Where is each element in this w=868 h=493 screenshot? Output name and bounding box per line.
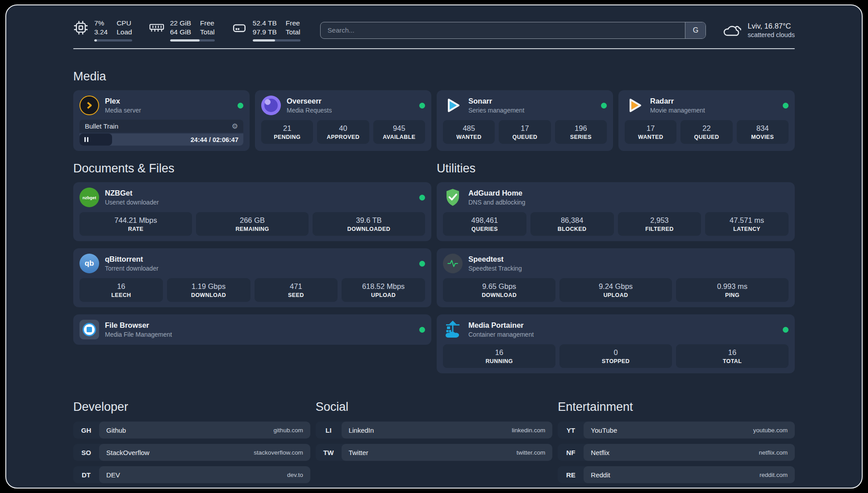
plex-icon [79, 96, 99, 115]
disk-total-label: Total [286, 28, 300, 37]
bookmark-url: netflix.com [759, 449, 788, 456]
search-engine-button[interactable]: G [685, 22, 705, 38]
stat-stopped: 0STOPPED [559, 344, 672, 368]
app-card-filebrowser[interactable]: File Browser Media File Management [73, 314, 431, 345]
ram-progress-bar [170, 39, 215, 42]
app-name: Speedtest [468, 255, 522, 263]
cloud-icon [722, 23, 742, 38]
app-card-plex[interactable]: Plex Media server Bullet Train ⚙ 24:44 [73, 90, 250, 151]
app-card-speedtest[interactable]: Speedtest Speedtest Tracking 9.65 GbpsDO… [437, 248, 795, 307]
bookmark-abbr: NF [558, 444, 584, 461]
app-card-overseerr[interactable]: Overseerr Media Requests 21PENDING 40APP… [255, 90, 431, 151]
nzbget-icon: nzbget [79, 188, 99, 207]
app-card-qbittorrent[interactable]: qb qBittorrent Torrent downloader 16LEEC… [73, 248, 431, 307]
bookmark-abbr: RE [558, 466, 584, 483]
app-subtitle: Usenet downloader [105, 199, 159, 206]
now-playing-widget: Bullet Train ⚙ 24:44 / 02:06:47 [79, 120, 243, 146]
top-bar: 7%3.24 CPULoad 22 GiB64 GiB FreeTotal [73, 19, 795, 42]
stat-latency: 47.571 msLATENCY [705, 212, 789, 236]
ram-total: 64 GiB [170, 28, 191, 37]
ram-free-label: Free [200, 19, 215, 28]
app-name: Plex [105, 97, 141, 105]
gear-icon[interactable]: ⚙ [232, 123, 238, 130]
app-card-adguard[interactable]: AdGuard Home DNS and adblocking 498,461Q… [437, 182, 795, 241]
bookmark-abbr: LI [316, 422, 342, 439]
app-name: File Browser [105, 321, 172, 330]
weather-location-temp: Lviv, 16.87°C [747, 22, 795, 30]
stat-rate: 744.21 MbpsRATE [79, 212, 192, 236]
app-subtitle: Container management [468, 331, 534, 338]
app-name: Sonarr [468, 97, 524, 105]
app-card-radarr[interactable]: Radarr Movie management 17WANTED 22QUEUE… [618, 90, 795, 151]
pause-icon [84, 137, 86, 142]
speedtest-pulse-icon [443, 254, 463, 273]
hard-drive-icon [232, 20, 247, 35]
app-card-sonarr[interactable]: Sonarr Series management 485WANTED 17QUE… [437, 90, 613, 151]
weather-condition: scattered clouds [747, 31, 795, 38]
weather-widget: Lviv, 16.87°C scattered clouds [722, 22, 795, 38]
app-name: Media Portainer [468, 321, 534, 330]
bookmark-name: YouTube [591, 426, 617, 434]
stat-available: 945AVAILABLE [373, 120, 425, 144]
search-input[interactable] [321, 22, 685, 38]
bookmark-abbr: DT [73, 466, 99, 483]
bookmark-github[interactable]: GH Githubgithub.com [73, 422, 310, 439]
stat-download: 9.65 GbpsDOWNLOAD [443, 278, 555, 302]
section-title-social: Social [316, 400, 553, 414]
app-card-portainer[interactable]: Media Portainer Container management 16R… [437, 314, 795, 373]
stat-seed: 471SEED [255, 278, 338, 302]
section-title-documents: Documents & Files [73, 162, 431, 175]
playback-elapsed [79, 134, 112, 146]
status-online-dot [419, 261, 425, 267]
status-online-dot [419, 327, 425, 333]
app-name: AdGuard Home [468, 189, 526, 197]
app-subtitle: Series management [468, 107, 524, 114]
status-online-dot [238, 103, 243, 109]
stat-series: 196SERIES [555, 120, 607, 144]
status-online-dot [419, 195, 425, 201]
app-subtitle: Movie management [650, 107, 705, 114]
bookmark-name: Twitter [349, 449, 368, 456]
search-bar[interactable]: G [320, 22, 706, 39]
stat-upload: 618.52 MbpsUPLOAD [342, 278, 425, 302]
app-subtitle: Media File Management [105, 331, 172, 338]
bookmark-stackoverflow[interactable]: SO StackOverflowstackoverflow.com [73, 444, 310, 461]
bookmark-url: github.com [274, 427, 303, 434]
system-stats: 7%3.24 CPULoad 22 GiB64 GiB FreeTotal [73, 19, 300, 42]
disk-free-label: Free [286, 19, 300, 28]
bookmark-url: stackoverflow.com [254, 449, 303, 456]
app-subtitle: Torrent downloader [105, 265, 159, 272]
app-card-nzbget[interactable]: nzbget NZBGet Usenet downloader 744.21 M… [73, 182, 431, 241]
stat-leech: 16LEECH [79, 278, 163, 302]
section-title-utilities: Utilities [437, 162, 795, 175]
bookmark-name: StackOverflow [106, 449, 150, 456]
status-online-dot [783, 327, 789, 333]
disk-progress-bar [253, 39, 300, 42]
overseerr-icon [261, 96, 281, 115]
stat-upload: 9.24 GbpsUPLOAD [559, 278, 672, 302]
bookmark-reddit[interactable]: RE Redditreddit.com [558, 466, 795, 483]
bookmark-linkedin[interactable]: LI LinkedInlinkedin.com [316, 422, 553, 439]
section-title-entertainment: Entertainment [558, 400, 795, 414]
adguard-shield-icon [443, 188, 463, 207]
cpu-progress-bar [94, 39, 132, 42]
stat-wanted: 17WANTED [625, 120, 676, 144]
cpu-usage: 7% [94, 19, 108, 28]
cpu-chip-icon [73, 20, 88, 35]
bookmark-youtube[interactable]: YT YouTubeyoutube.com [558, 422, 795, 439]
bookmark-name: DEV [106, 471, 120, 479]
sonarr-icon [443, 96, 463, 115]
bookmark-twitter[interactable]: TW Twittertwitter.com [316, 444, 553, 461]
bookmark-url: youtube.com [753, 427, 788, 434]
app-name: Radarr [650, 97, 705, 105]
stat-running: 16RUNNING [443, 344, 555, 368]
stat-approved: 40APPROVED [317, 120, 369, 144]
status-online-dot [419, 103, 425, 109]
stat-ping: 0.993 msPING [676, 278, 789, 302]
floppy-disk-icon [87, 327, 92, 332]
bookmark-name: Reddit [591, 471, 610, 479]
bookmark-netflix[interactable]: NF Netflixnetflix.com [558, 444, 795, 461]
stat-wanted: 485WANTED [443, 120, 495, 144]
dashboard: 7%3.24 CPULoad 22 GiB64 GiB FreeTotal [5, 4, 863, 489]
bookmark-dev[interactable]: DT DEVdev.to [73, 466, 310, 483]
